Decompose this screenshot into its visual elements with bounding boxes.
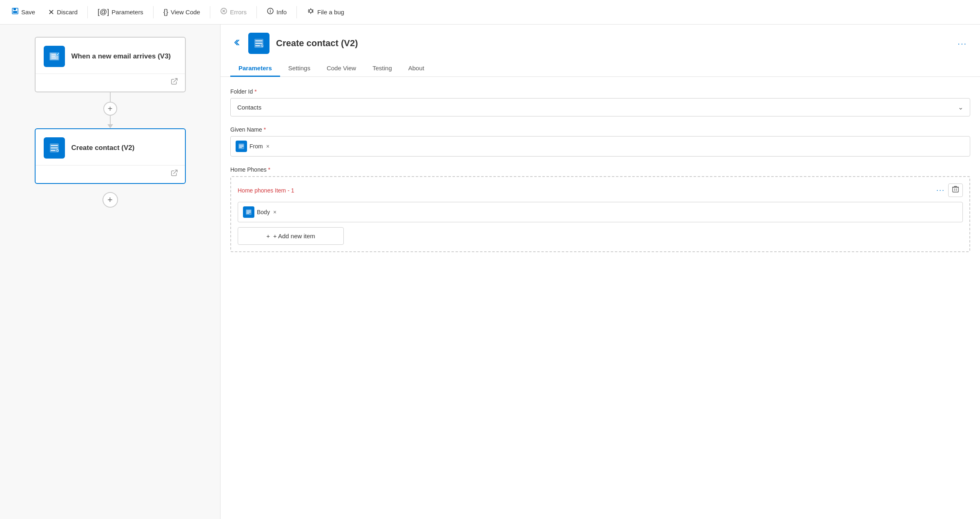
node-1-footer — [36, 74, 185, 92]
canvas-panel: When a new email arrives (V3) + — [0, 25, 220, 519]
add-between-button[interactable]: + — [103, 102, 117, 116]
parameters-icon: [@] — [98, 8, 109, 16]
folder-id-required: * — [254, 88, 256, 95]
folder-id-value: Contacts — [237, 104, 261, 111]
discard-label: Discard — [57, 9, 78, 16]
svg-rect-1 — [13, 8, 16, 10]
divider-2 — [153, 6, 154, 18]
node-2-link-icon — [170, 169, 178, 179]
array-item-actions: ··· — [936, 183, 963, 197]
divider-1 — [87, 6, 88, 18]
given-name-tag: From × — [236, 141, 270, 152]
divider-4 — [256, 6, 257, 18]
errors-icon — [220, 7, 227, 17]
given-name-label: Given Name * — [230, 126, 970, 133]
detail-header: Create contact (V2) ··· — [220, 25, 980, 54]
tab-code-view[interactable]: Code View — [318, 60, 364, 77]
given-name-tag-icon — [236, 141, 247, 152]
node-2-icon — [44, 137, 65, 159]
tab-parameters[interactable]: Parameters — [230, 60, 280, 77]
toolbar: Save ✕ Discard [@] Parameters {} View Co… — [0, 0, 980, 25]
svg-text:i: i — [270, 9, 271, 13]
node-1-label: When a new email arrives (V3) — [71, 52, 171, 61]
add-step-button[interactable]: + — [102, 192, 118, 208]
view-code-button[interactable]: {} View Code — [158, 5, 205, 19]
parameters-button[interactable]: [@] Parameters — [93, 5, 148, 19]
array-item-header: Home phones Item - 1 ··· — [238, 183, 963, 197]
workflow-node-1[interactable]: When a new email arrives (V3) — [35, 37, 186, 92]
arrow-1 — [107, 125, 113, 128]
home-phones-array: Home phones Item - 1 ··· — [230, 176, 970, 252]
workflow-node-2[interactable]: Create contact (V2) — [35, 128, 186, 184]
node-1-link-icon — [170, 77, 178, 87]
info-label: Info — [276, 9, 287, 16]
info-icon: i — [267, 7, 274, 17]
save-button[interactable]: Save — [7, 5, 40, 19]
errors-button[interactable]: Errors — [215, 5, 252, 19]
add-item-label: + Add new item — [273, 233, 315, 239]
add-item-icon: + — [266, 233, 270, 239]
add-new-item-button[interactable]: + + Add new item — [238, 227, 344, 245]
folder-id-field: Folder Id * Contacts ⌄ — [230, 88, 970, 116]
home-phones-item-input[interactable]: Body × — [238, 202, 963, 222]
save-icon — [11, 7, 19, 17]
given-name-required: * — [264, 126, 266, 133]
detail-title: Create contact (V2) — [276, 38, 358, 49]
tab-about[interactable]: About — [400, 60, 432, 77]
discard-icon: ✕ — [48, 8, 54, 17]
divider-3 — [210, 6, 210, 18]
detail-node-icon — [248, 33, 270, 54]
svg-point-11 — [56, 52, 59, 56]
given-name-field: Given Name * From × — [230, 126, 970, 157]
node-1-icon — [44, 46, 65, 67]
node-2-footer — [36, 165, 185, 183]
view-code-label: View Code — [171, 9, 200, 16]
tab-settings[interactable]: Settings — [280, 60, 318, 77]
home-phones-label: Home Phones * — [230, 166, 970, 173]
home-phones-tag: Body × — [243, 206, 276, 218]
bug-icon — [307, 7, 315, 17]
home-phones-required: * — [268, 166, 270, 173]
main-area: When a new email arrives (V3) + — [0, 25, 980, 519]
array-more-button[interactable]: ··· — [936, 186, 945, 195]
detail-panel: Create contact (V2) ··· Parameters Setti… — [220, 25, 980, 519]
svg-rect-17 — [953, 187, 958, 192]
given-name-input[interactable]: From × — [230, 136, 970, 157]
node-2-label: Create contact (V2) — [71, 143, 135, 152]
detail-content: Folder Id * Contacts ⌄ Given Name * — [220, 77, 980, 264]
svg-rect-2 — [13, 11, 17, 13]
folder-id-label: Folder Id * — [230, 88, 970, 95]
given-name-remove-button[interactable]: × — [266, 143, 270, 150]
file-a-bug-button[interactable]: File a bug — [302, 4, 349, 20]
svg-point-8 — [309, 9, 312, 13]
tab-testing[interactable]: Testing — [364, 60, 400, 77]
divider-5 — [296, 6, 297, 18]
home-phones-tag-icon — [243, 206, 254, 218]
folder-id-select[interactable]: Contacts ⌄ — [230, 98, 970, 116]
errors-label: Errors — [230, 9, 247, 16]
info-button[interactable]: i Info — [262, 5, 292, 19]
parameters-label: Parameters — [111, 9, 143, 16]
file-a-bug-label: File a bug — [317, 9, 344, 16]
array-delete-button[interactable] — [948, 183, 963, 197]
home-phones-remove-button[interactable]: × — [273, 209, 276, 215]
chevron-down-icon: ⌄ — [958, 103, 963, 111]
given-name-tag-label: From — [249, 143, 263, 150]
detail-tabs: Parameters Settings Code View Testing Ab… — [220, 54, 980, 77]
discard-button[interactable]: ✕ Discard — [43, 5, 82, 19]
connector-1: + — [24, 92, 196, 125]
home-phones-tag-label: Body — [257, 209, 270, 215]
collapse-button[interactable] — [230, 37, 242, 50]
code-icon: {} — [163, 8, 168, 16]
save-label: Save — [21, 9, 35, 16]
detail-more-button[interactable]: ··· — [954, 37, 970, 50]
array-item-label: Home phones Item - 1 — [238, 187, 294, 194]
home-phones-field: Home Phones * Home phones Item - 1 ··· — [230, 166, 970, 252]
